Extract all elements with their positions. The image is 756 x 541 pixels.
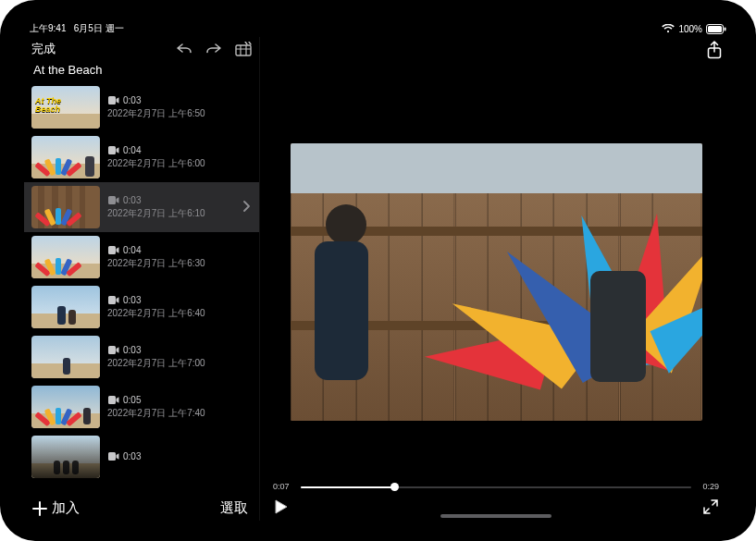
scrubber[interactable]: 0:07 0:29 [273,482,719,493]
preview-canvas[interactable] [291,143,702,421]
clip-list[interactable]: At TheBeach 0:03 2022年2月7日 上午6:50 0:04 2… [24,82,259,512]
video-icon [107,296,119,304]
preview-image [291,143,702,421]
clip-meta: 0:03 2022年2月7日 上午7:00 [107,345,252,370]
person-silhouette [315,204,379,417]
plus-icon [31,500,48,517]
clip-row[interactable]: At TheBeach 0:03 2022年2月7日 上午6:50 [24,82,259,132]
svg-rect-2 [725,27,726,31]
clip-thumbnail [31,386,100,428]
clip-meta: 0:03 2022年2月7日 上午6:40 [107,295,252,320]
clip-row[interactable]: 0:03 2022年2月7日 上午6:40 [24,282,259,332]
add-label: 加入 [52,499,80,517]
undo-button[interactable] [176,41,192,57]
video-icon [107,396,119,404]
clip-thumbnail [31,186,100,228]
battery-icon [706,24,726,34]
screen: 上午9:41 6月5日 週一 100% 完成 [24,20,732,521]
clip-row[interactable]: 0:03 2022年2月7日 上午6:10 [24,182,259,232]
battery-percent: 100% [678,24,702,34]
clip-duration: 0:03 [123,195,141,205]
clip-duration: 0:03 [123,95,141,105]
time-elapsed: 0:07 [273,482,290,491]
clip-row[interactable]: 0:05 2022年2月7日 上午7:40 [24,382,259,432]
clip-row[interactable]: 0:03 [24,432,259,482]
video-icon [107,246,119,254]
clip-duration: 0:03 [123,451,141,461]
clip-meta: 0:04 2022年2月7日 上午6:30 [107,245,252,270]
storyboard-toggle-button[interactable] [235,41,252,57]
clip-row[interactable]: 0:04 2022年2月7日 上午6:00 [24,132,259,182]
clip-row[interactable]: 0:03 2022年2月7日 上午7:00 [24,332,259,382]
play-button[interactable] [273,498,290,515]
sidebar-toolbar: 完成 [24,37,259,59]
clip-date: 2022年2月7日 上午6:30 [107,257,252,270]
select-button[interactable]: 選取 [220,499,248,517]
clip-meta: 0:03 2022年2月7日 上午6:10 [107,195,235,220]
clip-row[interactable]: 0:04 2022年2月7日 上午6:30 [24,232,259,282]
clip-date: 2022年2月7日 上午6:10 [107,207,235,220]
svg-rect-1 [708,26,722,32]
status-time: 上午9:41 [30,23,66,33]
video-icon [107,452,119,461]
time-total: 0:29 [702,482,719,491]
status-left: 上午9:41 6月5日 週一 [30,22,124,35]
status-date: 6月5日 週一 [74,23,124,33]
kite [422,171,702,375]
main-toolbar [260,37,732,63]
done-button[interactable]: 完成 [31,41,56,57]
video-icon [107,346,119,354]
clip-thumbnail [31,436,100,478]
project-title: At the Beach [24,59,259,82]
home-indicator[interactable] [440,514,552,518]
fullscreen-button[interactable] [702,498,719,515]
sidebar: 完成 At the Beach At TheBe [24,37,260,521]
clip-duration: 0:04 [123,245,141,255]
clip-date: 2022年2月7日 上午6:00 [107,157,252,170]
clip-duration: 0:05 [123,395,141,405]
redo-button[interactable] [205,41,222,57]
status-bar: 上午9:41 6月5日 週一 100% [24,20,732,37]
chevron-right-icon [242,201,252,214]
clip-duration: 0:04 [123,145,141,155]
viewer [260,63,732,478]
wifi-icon [662,24,675,33]
svg-rect-3 [236,45,251,55]
person-silhouette-2 [590,271,627,410]
clip-meta: 0:03 [107,451,252,463]
video-icon [107,196,119,204]
status-right: 100% [662,24,726,34]
video-icon [107,96,119,105]
clip-thumbnail [31,136,100,178]
content: 完成 At the Beach At TheBe [24,37,732,521]
clip-thumbnail [31,336,100,378]
clip-thumbnail [31,286,100,328]
clip-duration: 0:03 [123,345,141,355]
clip-date: 2022年2月7日 上午6:50 [107,107,252,120]
video-icon [107,146,119,154]
ipad-frame: 上午9:41 6月5日 週一 100% 完成 [0,0,756,541]
scrubber-knob[interactable] [390,483,399,491]
main: 0:07 0:29 [260,37,732,521]
clip-duration: 0:03 [123,295,141,305]
clip-thumbnail: At TheBeach [31,86,100,129]
scrubber-fill [301,486,394,488]
add-button[interactable]: 加入 [31,499,80,517]
clip-meta: 0:03 2022年2月7日 上午6:50 [107,95,252,120]
clip-date: 2022年2月7日 上午7:00 [107,357,252,370]
clip-meta: 0:04 2022年2月7日 上午6:00 [107,145,252,170]
clip-meta: 0:05 2022年2月7日 上午7:40 [107,395,252,420]
sidebar-bottom: 加入 選取 [24,494,259,521]
clip-date: 2022年2月7日 上午6:40 [107,307,252,320]
clip-date: 2022年2月7日 上午7:40 [107,407,252,420]
clip-thumbnail [31,236,100,278]
share-button[interactable] [706,42,723,58]
